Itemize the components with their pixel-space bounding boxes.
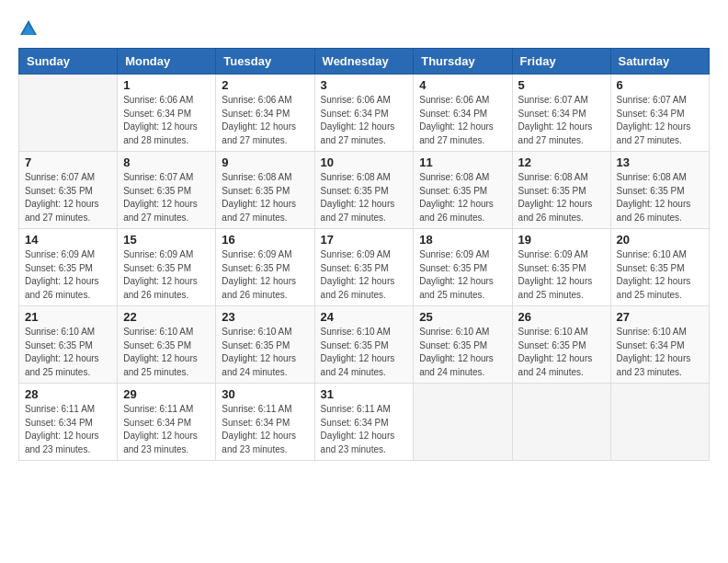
day-number: 18 bbox=[419, 233, 506, 247]
day-number: 26 bbox=[518, 310, 605, 324]
day-info: Sunrise: 6:11 AMSunset: 6:34 PMDaylight:… bbox=[321, 403, 408, 456]
calendar-cell: 20Sunrise: 6:10 AMSunset: 6:35 PMDayligh… bbox=[610, 229, 709, 306]
weekday-header-wednesday: Wednesday bbox=[314, 49, 414, 75]
day-number: 17 bbox=[321, 233, 408, 247]
calendar-cell: 14Sunrise: 6:09 AMSunset: 6:35 PMDayligh… bbox=[19, 229, 118, 306]
calendar-cell: 1Sunrise: 6:06 AMSunset: 6:34 PMDaylight… bbox=[118, 75, 216, 152]
calendar-cell: 21Sunrise: 6:10 AMSunset: 6:35 PMDayligh… bbox=[19, 306, 118, 384]
calendar-cell: 12Sunrise: 6:08 AMSunset: 6:35 PMDayligh… bbox=[512, 152, 610, 229]
day-number: 5 bbox=[518, 78, 605, 92]
calendar-cell: 27Sunrise: 6:10 AMSunset: 6:34 PMDayligh… bbox=[610, 306, 709, 384]
calendar-cell: 18Sunrise: 6:09 AMSunset: 6:35 PMDayligh… bbox=[414, 229, 512, 306]
day-number: 29 bbox=[123, 387, 210, 401]
day-number: 23 bbox=[222, 310, 308, 324]
day-info: Sunrise: 6:09 AMSunset: 6:35 PMDaylight:… bbox=[321, 248, 408, 302]
calendar-week-row: 14Sunrise: 6:09 AMSunset: 6:35 PMDayligh… bbox=[19, 229, 710, 306]
calendar-cell: 26Sunrise: 6:10 AMSunset: 6:35 PMDayligh… bbox=[512, 306, 610, 384]
calendar-week-row: 21Sunrise: 6:10 AMSunset: 6:35 PMDayligh… bbox=[19, 306, 710, 384]
day-info: Sunrise: 6:11 AMSunset: 6:34 PMDaylight:… bbox=[123, 403, 210, 456]
day-number: 16 bbox=[222, 233, 308, 247]
calendar-cell: 28Sunrise: 6:11 AMSunset: 6:34 PMDayligh… bbox=[19, 384, 118, 461]
calendar-cell: 24Sunrise: 6:10 AMSunset: 6:35 PMDayligh… bbox=[314, 306, 414, 384]
day-info: Sunrise: 6:11 AMSunset: 6:34 PMDaylight:… bbox=[222, 403, 308, 456]
day-info: Sunrise: 6:10 AMSunset: 6:34 PMDaylight:… bbox=[617, 326, 703, 379]
day-info: Sunrise: 6:09 AMSunset: 6:35 PMDaylight:… bbox=[25, 248, 111, 302]
day-info: Sunrise: 6:07 AMSunset: 6:34 PMDaylight:… bbox=[617, 94, 703, 147]
calendar-cell: 25Sunrise: 6:10 AMSunset: 6:35 PMDayligh… bbox=[414, 306, 512, 384]
day-info: Sunrise: 6:10 AMSunset: 6:35 PMDaylight:… bbox=[222, 326, 308, 379]
calendar-week-row: 7Sunrise: 6:07 AMSunset: 6:35 PMDaylight… bbox=[19, 152, 710, 229]
calendar-cell: 5Sunrise: 6:07 AMSunset: 6:34 PMDaylight… bbox=[512, 75, 610, 152]
day-info: Sunrise: 6:06 AMSunset: 6:34 PMDaylight:… bbox=[419, 94, 506, 147]
calendar-cell bbox=[610, 384, 709, 461]
day-info: Sunrise: 6:08 AMSunset: 6:35 PMDaylight:… bbox=[222, 171, 308, 224]
calendar-cell bbox=[19, 75, 118, 152]
day-number: 31 bbox=[321, 387, 408, 401]
calendar-cell: 13Sunrise: 6:08 AMSunset: 6:35 PMDayligh… bbox=[610, 152, 709, 229]
day-number: 30 bbox=[222, 387, 308, 401]
calendar-cell: 2Sunrise: 6:06 AMSunset: 6:34 PMDaylight… bbox=[216, 75, 314, 152]
day-number: 27 bbox=[617, 310, 703, 324]
day-number: 11 bbox=[419, 155, 506, 169]
day-number: 8 bbox=[123, 155, 210, 169]
day-number: 19 bbox=[518, 233, 605, 247]
calendar-cell: 9Sunrise: 6:08 AMSunset: 6:35 PMDaylight… bbox=[216, 152, 314, 229]
calendar-cell: 31Sunrise: 6:11 AMSunset: 6:34 PMDayligh… bbox=[314, 384, 414, 461]
calendar-cell: 15Sunrise: 6:09 AMSunset: 6:35 PMDayligh… bbox=[118, 229, 216, 306]
calendar-cell: 16Sunrise: 6:09 AMSunset: 6:35 PMDayligh… bbox=[216, 229, 314, 306]
day-number: 22 bbox=[123, 310, 210, 324]
day-info: Sunrise: 6:07 AMSunset: 6:35 PMDaylight:… bbox=[123, 171, 210, 224]
day-number: 14 bbox=[25, 233, 111, 247]
day-info: Sunrise: 6:08 AMSunset: 6:35 PMDaylight:… bbox=[518, 171, 605, 224]
calendar-cell: 6Sunrise: 6:07 AMSunset: 6:34 PMDaylight… bbox=[610, 75, 709, 152]
day-info: Sunrise: 6:09 AMSunset: 6:35 PMDaylight:… bbox=[518, 248, 605, 302]
calendar-cell: 11Sunrise: 6:08 AMSunset: 6:35 PMDayligh… bbox=[414, 152, 512, 229]
day-info: Sunrise: 6:10 AMSunset: 6:35 PMDaylight:… bbox=[321, 326, 408, 379]
calendar-cell: 29Sunrise: 6:11 AMSunset: 6:34 PMDayligh… bbox=[118, 384, 216, 461]
day-number: 4 bbox=[419, 78, 506, 92]
day-number: 2 bbox=[222, 78, 308, 92]
weekday-header-tuesday: Tuesday bbox=[216, 49, 314, 75]
calendar-cell bbox=[512, 384, 610, 461]
day-info: Sunrise: 6:09 AMSunset: 6:35 PMDaylight:… bbox=[123, 248, 210, 302]
calendar-cell: 19Sunrise: 6:09 AMSunset: 6:35 PMDayligh… bbox=[512, 229, 610, 306]
day-info: Sunrise: 6:07 AMSunset: 6:34 PMDaylight:… bbox=[518, 94, 605, 147]
calendar-cell: 30Sunrise: 6:11 AMSunset: 6:34 PMDayligh… bbox=[216, 384, 314, 461]
day-info: Sunrise: 6:06 AMSunset: 6:34 PMDaylight:… bbox=[321, 94, 408, 147]
calendar-cell: 3Sunrise: 6:06 AMSunset: 6:34 PMDaylight… bbox=[314, 75, 414, 152]
calendar-cell: 10Sunrise: 6:08 AMSunset: 6:35 PMDayligh… bbox=[314, 152, 414, 229]
day-number: 9 bbox=[222, 155, 308, 169]
calendar-cell bbox=[414, 384, 512, 461]
day-info: Sunrise: 6:08 AMSunset: 6:35 PMDaylight:… bbox=[617, 171, 703, 224]
day-number: 6 bbox=[617, 78, 703, 92]
day-info: Sunrise: 6:06 AMSunset: 6:34 PMDaylight:… bbox=[123, 94, 210, 147]
calendar-table: SundayMondayTuesdayWednesdayThursdayFrid… bbox=[18, 48, 710, 461]
weekday-header-saturday: Saturday bbox=[610, 49, 709, 75]
day-info: Sunrise: 6:09 AMSunset: 6:35 PMDaylight:… bbox=[222, 248, 308, 302]
calendar-cell: 23Sunrise: 6:10 AMSunset: 6:35 PMDayligh… bbox=[216, 306, 314, 384]
day-number: 25 bbox=[419, 310, 506, 324]
day-info: Sunrise: 6:08 AMSunset: 6:35 PMDaylight:… bbox=[321, 171, 408, 224]
day-number: 7 bbox=[25, 155, 111, 169]
day-number: 12 bbox=[518, 155, 605, 169]
day-info: Sunrise: 6:08 AMSunset: 6:35 PMDaylight:… bbox=[419, 171, 506, 224]
day-number: 1 bbox=[123, 78, 210, 92]
calendar-week-row: 1Sunrise: 6:06 AMSunset: 6:34 PMDaylight… bbox=[19, 75, 710, 152]
day-number: 15 bbox=[123, 233, 210, 247]
day-info: Sunrise: 6:10 AMSunset: 6:35 PMDaylight:… bbox=[25, 326, 111, 379]
weekday-header-friday: Friday bbox=[512, 49, 610, 75]
weekday-header-monday: Monday bbox=[118, 49, 216, 75]
logo-icon bbox=[18, 18, 39, 39]
day-number: 24 bbox=[321, 310, 408, 324]
day-info: Sunrise: 6:10 AMSunset: 6:35 PMDaylight:… bbox=[617, 248, 703, 302]
day-info: Sunrise: 6:10 AMSunset: 6:35 PMDaylight:… bbox=[518, 326, 605, 379]
day-info: Sunrise: 6:10 AMSunset: 6:35 PMDaylight:… bbox=[123, 326, 210, 379]
logo bbox=[18, 18, 42, 39]
day-number: 20 bbox=[617, 233, 703, 247]
day-number: 21 bbox=[25, 310, 111, 324]
weekday-header-thursday: Thursday bbox=[414, 49, 512, 75]
calendar-cell: 7Sunrise: 6:07 AMSunset: 6:35 PMDaylight… bbox=[19, 152, 118, 229]
day-number: 13 bbox=[617, 155, 703, 169]
day-info: Sunrise: 6:07 AMSunset: 6:35 PMDaylight:… bbox=[25, 171, 111, 224]
day-info: Sunrise: 6:11 AMSunset: 6:34 PMDaylight:… bbox=[25, 403, 111, 456]
